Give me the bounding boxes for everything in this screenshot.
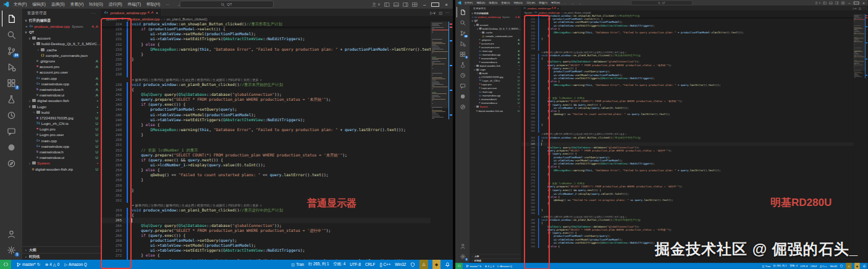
amazon-q-status[interactable]: ▷Amazon Q [64, 262, 87, 267]
codelens-actions[interactable]: ✦ 解释代码 | 注释代码 | 解释代码 | 生成文档 | 检查代码 | 生成测… [132, 77, 262, 82]
explorer-icon[interactable] [457, 7, 469, 17]
settings-gear-icon[interactable]: 1 [2, 242, 20, 258]
toggle-sidebar-icon[interactable] [384, 2, 390, 7]
notifications-bell[interactable] [862, 264, 866, 268]
security-status[interactable] [410, 262, 415, 267]
menu-7[interactable]: 帮助(H) [550, 1, 561, 5]
assistant-icon[interactable] [457, 91, 469, 101]
tree-item[interactable]: TSLogin_zh_CN.tsU [22, 121, 101, 126]
overview-ruler[interactable] [866, 14, 868, 263]
tree-item[interactable]: ≡mainwindow.uiA [22, 92, 101, 98]
chat-icon[interactable] [2, 123, 20, 139]
compass-icon[interactable] [2, 155, 20, 171]
toggle-sidebar-icon[interactable] [823, 1, 827, 5]
tree-item[interactable]: ▤digital-wooden-fish.zipU [22, 166, 101, 172]
account-avatar[interactable]: ∨ [814, 1, 820, 5]
toggle-panel-icon[interactable] [829, 1, 833, 5]
explorer-icon[interactable] [2, 11, 21, 27]
breadcrumb-item-0[interactable]: System [525, 11, 532, 14]
run-debug-icon[interactable] [457, 38, 469, 49]
tree-item[interactable]: ∨account [22, 35, 101, 41]
close-button[interactable]: × [861, 1, 866, 5]
command-center[interactable]: QT [631, 1, 692, 6]
tree-item[interactable]: ≡Login.pro.userU [22, 132, 101, 137]
problems-status[interactable]: ⊗4△0 [485, 265, 494, 268]
history-icon[interactable] [457, 70, 469, 80]
codelens-actions[interactable]: ✦ 解释代码 | 注释代码 | 解释代码 | 生成文档 | 检查代码 | 生成测… [132, 203, 262, 208]
menu-2[interactable]: 选择(S) [488, 1, 499, 5]
tree-item[interactable]: ♥Login.proU [22, 126, 101, 132]
close-icon[interactable]: × [471, 16, 474, 19]
tree-item[interactable]: ≡mainwindow.uiU [22, 155, 101, 160]
account-icon[interactable] [457, 241, 469, 251]
sidebar-more-icon[interactable]: ··· [515, 7, 518, 10]
status-tran[interactable]: ◫Tran [291, 262, 304, 267]
breadcrumb-item-0[interactable]: System [106, 17, 117, 21]
menu-7[interactable]: 帮助(H) [145, 2, 161, 7]
tree-item[interactable]: {}compile_commands.json [22, 53, 101, 58]
status-tran[interactable]: ◫Tran [762, 265, 771, 268]
tab-close-icon[interactable]: × [156, 11, 158, 15]
toggle-panel-icon[interactable] [394, 2, 399, 7]
tree-item[interactable]: C+mainwindow.cppU [22, 143, 101, 149]
eol[interactable]: CRLF [365, 262, 375, 267]
menu-6[interactable]: 终端(T) [538, 1, 549, 5]
breadcrumb-item-1[interactable]: produce_window.cpp [127, 17, 159, 21]
warning-chip[interactable]: ⚠ [419, 260, 428, 269]
split-editor-button[interactable]: ◫ [439, 11, 442, 15]
minimize-button[interactable]: – [421, 2, 428, 7]
settings-gear-icon[interactable]: 1 [457, 251, 469, 262]
tree-item[interactable]: hmainwindow.hA [22, 87, 101, 92]
account-icon[interactable] [2, 226, 20, 242]
history-icon[interactable] [2, 107, 20, 123]
assistant-icon[interactable] [2, 139, 20, 155]
panel-section-1[interactable]: ›时间线 [470, 258, 521, 263]
extensions-icon[interactable]: 2 [2, 75, 20, 91]
command-center[interactable]: QT [180, 1, 274, 8]
toggle-secondary-sidebar-icon[interactable] [403, 2, 408, 7]
remote-indicator[interactable] [0, 260, 11, 269]
minimap[interactable] [431, 22, 449, 260]
tree-item[interactable]: ∨Login• [22, 103, 101, 109]
tree-item[interactable]: ∨build-Desktop_Qt_6_7_3_MSVC2022_64bit-D… [22, 41, 101, 46]
encoding[interactable]: UTF-8 [350, 262, 361, 267]
close-icon[interactable]: × [24, 24, 29, 28]
tree-item[interactable]: C+mainwindow.cppA [22, 81, 101, 87]
minimap-slider[interactable] [431, 22, 449, 108]
language-mode[interactable]: {} C++ [820, 265, 827, 268]
split-editor-button[interactable]: ◫ [859, 7, 861, 10]
menu-1[interactable]: 编辑(E) [31, 2, 47, 7]
source-control-icon[interactable]: 24 [457, 28, 469, 38]
indentation[interactable]: 空格: 4 [334, 262, 346, 267]
sidebar-more-icon[interactable]: ··· [91, 11, 96, 15]
minimap-slider[interactable] [853, 14, 866, 71]
breadcrumb-item-2[interactable]: on_plan1_Button_clicked() [166, 17, 207, 21]
menu-5[interactable]: 运行(R) [107, 2, 124, 7]
warning-chip[interactable]: ⚠ [846, 263, 852, 269]
more-actions-button[interactable]: ··· [445, 11, 449, 14]
customize-layout-icon[interactable] [412, 2, 418, 7]
testing-icon[interactable] [457, 59, 469, 70]
menu-0[interactable]: 文件(F) [12, 2, 28, 7]
menu-overflow-icon[interactable]: ··· [164, 2, 171, 7]
tree-item[interactable]: ≡account.pro.user [22, 69, 101, 75]
tab-produce-window-cpp[interactable]: C+produce_window.cpp4, A× [521, 6, 562, 11]
close-button[interactable]: × [443, 2, 450, 7]
eol[interactable]: CRLF [811, 265, 817, 268]
menu-4[interactable]: 转到(G) [88, 2, 104, 7]
menu-6[interactable]: 终端(T) [127, 2, 142, 7]
tree-item[interactable]: ›digital-wooden-fish• [22, 98, 101, 103]
tree-item[interactable]: ›build• [22, 109, 101, 115]
workspace-root-header[interactable]: ∨QT [22, 29, 101, 35]
tree-item[interactable]: ♥account.proA [22, 64, 101, 69]
toggle-secondary-sidebar-icon[interactable] [835, 1, 839, 5]
cursor-position[interactable]: 行 265, 列 1 [773, 264, 787, 268]
more-actions-button[interactable]: ··· [863, 7, 866, 9]
branch-status[interactable]: master*↻ [466, 264, 481, 267]
account-avatar[interactable]: ∨ [371, 2, 381, 7]
tree-item[interactable]: ▣1722439170335.jpgU [22, 115, 101, 121]
notifications-bell[interactable] [445, 262, 450, 267]
assistant-chip[interactable]: ◆ [432, 260, 440, 269]
nav-forward-icon[interactable]: → [579, 1, 581, 4]
tree-item[interactable]: C+main.cppU [22, 138, 101, 143]
